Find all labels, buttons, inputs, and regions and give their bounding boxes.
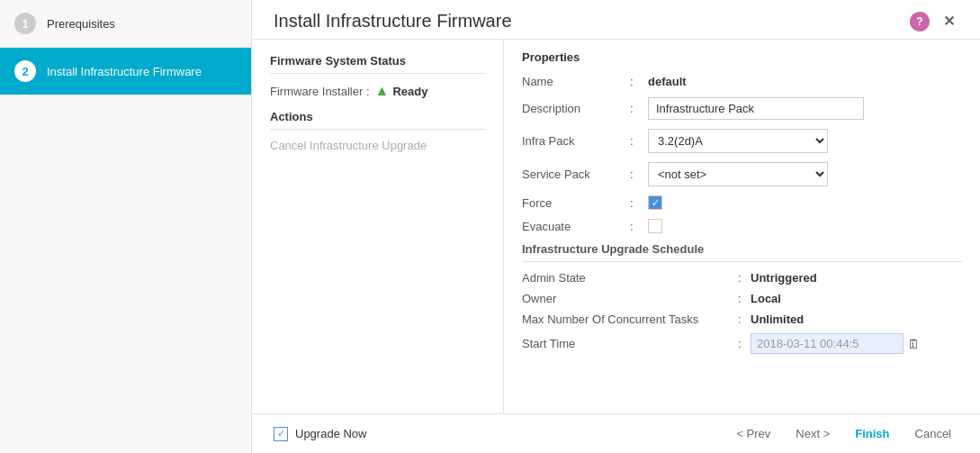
evacuate-row: Evacuate : [522,219,962,233]
finish-button[interactable]: Finish [848,423,896,444]
footer-buttons: < Prev Next > Finish Cancel [729,423,958,444]
modal-header: Install Infrastructure Firmware ? ✕ [252,0,980,40]
firmware-status-value: Ready [392,85,427,98]
cancel-infrastructure-upgrade-link[interactable]: Cancel Infrastructure Upgrade [270,139,427,152]
help-button[interactable]: ? [910,12,930,32]
modal-body: Firmware System Status Firmware Installe… [252,40,980,413]
evacuate-label: Evacuate [522,220,630,233]
name-value: default [648,75,687,88]
force-checkbox[interactable]: ✓ [648,195,662,210]
force-checkmark-icon: ✓ [652,198,660,208]
header-icons: ? ✕ [910,12,958,32]
evacuate-checkbox[interactable] [648,219,662,233]
upgrade-checkmark-icon: ✓ [277,428,285,439]
calendar-icon[interactable]: 🗓 [907,337,920,351]
sidebar: 1 Prerequisites 2 Install Infrastructure… [0,0,252,453]
force-colon: : [630,196,648,210]
right-panel: Properties Name : default Description : … [504,40,980,413]
max-tasks-colon: : [738,313,751,326]
max-tasks-label: Max Number Of Concurrent Tasks [522,313,738,326]
infra-pack-label: Infra Pack [522,134,630,148]
sidebar-item-prerequisites[interactable]: 1 Prerequisites [0,0,251,48]
start-time-row: Start Time : 🗓 [522,333,962,354]
upgrade-now-label: Upgrade Now [295,427,367,440]
max-tasks-value: Unlimited [751,313,804,326]
description-row: Description : [522,97,962,120]
start-time-input[interactable] [751,333,904,354]
description-label: Description [522,102,630,115]
name-label: Name [522,75,630,88]
modal-footer: ✓ Upgrade Now < Prev Next > Finish Cance… [252,413,980,453]
service-pack-colon: : [630,168,648,181]
actions-section-title: Actions [270,110,485,130]
next-button[interactable]: Next > [788,423,837,444]
sidebar-item-label-prerequisites: Prerequisites [47,17,115,31]
service-pack-select[interactable]: <not set> [648,162,828,186]
owner-value: Local [751,292,781,305]
schedule-section: Infrastructure Upgrade Schedule Admin St… [522,242,962,354]
modal-title: Install Infrastructure Firmware [274,11,512,32]
description-colon: : [630,102,648,115]
sidebar-item-label-install: Install Infrastructure Firmware [47,65,202,78]
sidebar-item-install-firmware[interactable]: 2 Install Infrastructure Firmware [0,48,251,95]
service-pack-label: Service Pack [522,168,630,181]
owner-colon: : [738,292,751,305]
step-badge-1: 1 [14,13,36,34]
start-time-label: Start Time [522,337,738,350]
close-button[interactable]: ✕ [939,12,958,32]
properties-title: Properties [522,50,962,64]
evacuate-colon: : [630,220,648,233]
step-badge-2: 2 [14,60,36,82]
firmware-installer-label: Firmware Installer : [270,85,370,98]
description-input[interactable] [648,97,864,120]
firmware-status-row: Firmware Installer : ▲ Ready [270,83,485,99]
admin-state-colon: : [738,271,751,285]
infra-pack-colon: : [630,134,648,148]
upgrade-now-section: ✓ Upgrade Now [274,427,367,441]
left-panel: Firmware System Status Firmware Installe… [252,40,504,413]
owner-row: Owner : Local [522,292,962,305]
max-tasks-row: Max Number Of Concurrent Tasks : Unlimit… [522,313,962,326]
force-label: Force [522,196,630,210]
upgrade-now-checkbox[interactable]: ✓ [274,427,288,441]
owner-label: Owner [522,292,738,305]
cancel-button[interactable]: Cancel [908,423,958,444]
admin-state-row: Admin State : Untriggered [522,271,962,285]
force-row: Force : ✓ [522,195,962,210]
main-content: Install Infrastructure Firmware ? ✕ Firm… [252,0,980,453]
admin-state-label: Admin State [522,271,738,285]
prev-button[interactable]: < Prev [729,423,778,444]
service-pack-row: Service Pack : <not set> [522,162,962,186]
name-colon: : [630,75,648,88]
name-row: Name : default [522,75,962,88]
infra-pack-select[interactable]: 3.2(2d)A [648,129,828,153]
firmware-section-title: Firmware System Status [270,54,485,74]
infra-pack-row: Infra Pack : 3.2(2d)A [522,129,962,153]
ready-arrow-icon: ▲ [375,83,390,99]
start-time-colon: : [738,337,751,350]
schedule-section-title: Infrastructure Upgrade Schedule [522,242,962,262]
admin-state-value: Untriggered [751,271,817,285]
actions-section: Actions Cancel Infrastructure Upgrade [270,110,485,152]
modal-container: 1 Prerequisites 2 Install Infrastructure… [0,0,980,453]
